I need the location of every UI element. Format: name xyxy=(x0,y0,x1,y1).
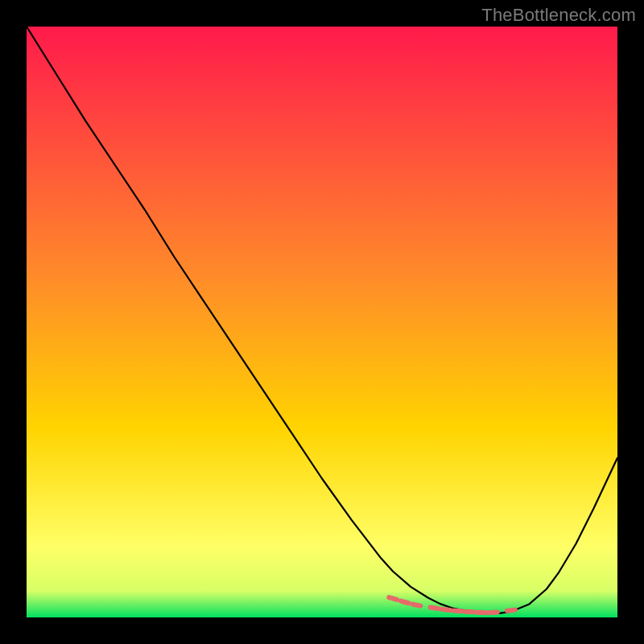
highlight-segment xyxy=(507,610,515,611)
highlight-segment xyxy=(413,605,421,606)
highlight-segment xyxy=(442,609,450,610)
highlight-segment xyxy=(401,601,409,604)
highlight-segment xyxy=(431,607,439,609)
watermark-text: TheBottleneck.com xyxy=(481,5,636,26)
chart-background-gradient xyxy=(27,27,617,617)
chart-svg xyxy=(27,27,617,617)
highlight-segment xyxy=(466,612,474,613)
highlight-segment xyxy=(454,610,462,611)
highlight-segment xyxy=(489,612,497,613)
highlight-segment xyxy=(389,597,397,600)
chart-plot-area xyxy=(27,27,617,617)
